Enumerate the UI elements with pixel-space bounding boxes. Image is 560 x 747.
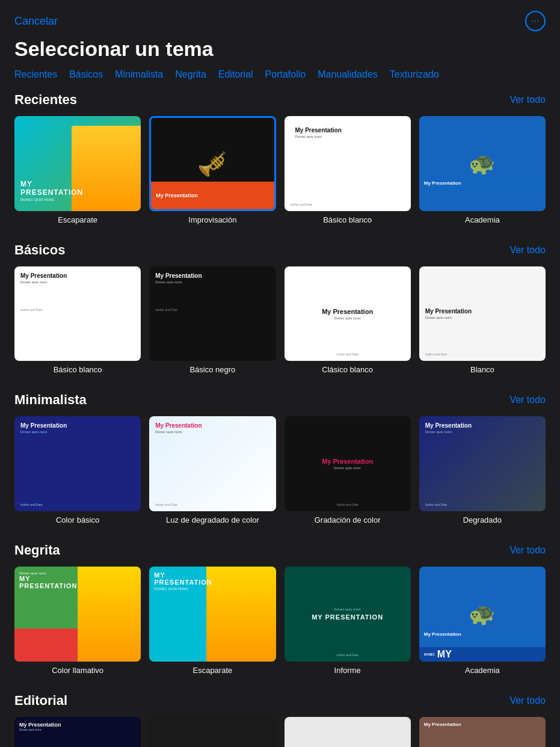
- basicos-section: Básicos Ver todo My Presentation Donec q…: [0, 242, 560, 393]
- template-label-informe: Informe: [285, 666, 411, 675]
- blue-bar-2: My Presentation: [419, 626, 546, 642]
- template-editorial-2[interactable]: My Presentation Donec quis nunc Author a…: [149, 717, 275, 747]
- turtle-icon: 🐢: [469, 151, 496, 176]
- template-label-degradado: Degradado: [419, 515, 546, 524]
- template-blanco[interactable]: My Presentation Donec quis nunc Author a…: [419, 266, 546, 375]
- template-thumb-colorbasico: My Presentation Donec quis nunc Author a…: [14, 416, 141, 511]
- template-thumb-degradado: My Presentation Donec quis nunc Author a…: [419, 416, 546, 511]
- template-clasico-blanco[interactable]: My Presentation Donec quis nunc Author a…: [285, 266, 411, 375]
- template-thumb-escaparate: MY PRESENTATION DONEC QUIS NUNC: [14, 116, 141, 211]
- nav-basicos[interactable]: Básicos: [69, 69, 103, 80]
- negrita-ver-todo[interactable]: Ver todo: [509, 545, 546, 556]
- thumb-title: MY: [20, 180, 83, 188]
- template-label-llamativo: Color llamativo: [14, 666, 141, 675]
- more-options-button[interactable]: ···: [525, 11, 546, 31]
- nav-portafolio[interactable]: Portafolio: [265, 69, 306, 80]
- template-escaparate[interactable]: MY PRESENTATION DONEC QUIS NUNC Escapara…: [14, 116, 141, 224]
- nav-manualidades[interactable]: Manualidades: [318, 69, 378, 80]
- turtle-icon-2: 🐢: [469, 601, 496, 627]
- template-thumb-gradacion: My Presentation Donec quis nunc Author a…: [285, 416, 411, 511]
- template-thumb-academia2: 🐢 My Presentation DONEC MY: [419, 567, 546, 662]
- template-thumb-ed3: 🌉 My Presentation: [285, 717, 411, 747]
- template-editorial-3[interactable]: 🌉 My Presentation Puente: [285, 717, 411, 747]
- template-label-clasico: Clásico blanco: [285, 365, 411, 374]
- thumb-content-ac: 🐢 My Presentation: [419, 116, 546, 211]
- template-degradado[interactable]: My Presentation Donec quis nunc Author a…: [419, 416, 546, 524]
- nav-texturizado[interactable]: Texturizado: [390, 69, 439, 80]
- template-thumb-bbnegro: My Presentation Donec quis nunc Author a…: [149, 266, 275, 361]
- template-label-basico-negro: Básico negro: [149, 365, 275, 374]
- editorial-header: Editorial Ver todo: [14, 693, 546, 709]
- template-thumb-ed1: My Presentation Donec quis nunc: [14, 717, 141, 747]
- template-thumb-academia: 🐢 My Presentation: [419, 116, 546, 211]
- template-basico-blanco[interactable]: My Presentation Donec quis nunc Author a…: [14, 266, 141, 375]
- template-improvisacion[interactable]: My Presentation 🎺 Improvisación: [149, 116, 275, 224]
- template-escaparate-negrita[interactable]: MY PRESENTATION DONEC QUIS NUNC Escapara…: [149, 567, 275, 675]
- template-academia-negrita[interactable]: 🐢 My Presentation DONEC MY Academia: [419, 567, 546, 675]
- template-color-basico[interactable]: My Presentation Donec quis nunc Author a…: [14, 416, 141, 524]
- nav-minimalista[interactable]: Minimalista: [115, 69, 163, 80]
- basicos-ver-todo[interactable]: Ver todo: [509, 245, 546, 256]
- template-label-bb: Básico blanco: [285, 215, 411, 224]
- negrita-header: Negrita Ver todo: [14, 543, 546, 558]
- negrita-templates: Donec quis nunc MY PRESENTATION Color ll…: [14, 567, 546, 675]
- template-label-basico-blanco: Básico blanco: [14, 365, 141, 374]
- thumb-content: MY PRESENTATION DONEC QUIS NUNC: [14, 116, 141, 211]
- cancel-button[interactable]: Cancelar: [14, 15, 58, 28]
- trumpet-icon: 🎺: [197, 149, 227, 177]
- template-thumb-improvisacion: My Presentation 🎺: [149, 116, 275, 211]
- template-label-gradacion: Gradación de color: [285, 515, 411, 524]
- blue-bar: My Presentation: [419, 175, 546, 192]
- nav-editorial[interactable]: Editorial: [218, 69, 253, 80]
- basicos-templates: My Presentation Donec quis nunc Author a…: [14, 266, 546, 375]
- minimalista-section: Minimalista Ver todo My Presentation Don…: [0, 392, 560, 543]
- template-thumb-ed2: My Presentation Donec quis nunc Author a…: [149, 717, 275, 747]
- template-thumb-bb: My Presentation Donec quis nunc Author a…: [285, 116, 411, 211]
- template-basico-negro[interactable]: My Presentation Donec quis nunc Author a…: [149, 266, 275, 375]
- recientes-header: Recientes Ver todo: [14, 92, 546, 108]
- template-thumb-llamativo: Donec quis nunc MY PRESENTATION: [14, 567, 141, 662]
- template-color-llamativo[interactable]: Donec quis nunc MY PRESENTATION Color ll…: [14, 567, 141, 675]
- template-editorial-1[interactable]: My Presentation Donec quis nunc Teatro: [14, 717, 141, 747]
- template-label-academia-r: Academia: [419, 215, 546, 224]
- category-nav: Recientes Básicos Minimalista Negrita Ed…: [0, 69, 560, 92]
- thumb-content-bb: My Presentation Donec quis nunc Author a…: [285, 116, 411, 211]
- editorial-templates: My Presentation Donec quis nunc Teatro M…: [14, 717, 546, 747]
- minimalista-templates: My Presentation Donec quis nunc Author a…: [14, 416, 546, 524]
- template-thumb-bbasico: My Presentation Donec quis nunc Author a…: [14, 266, 141, 361]
- basicos-header: Básicos Ver todo: [14, 242, 546, 258]
- basicos-title: Básicos: [14, 242, 65, 258]
- template-thumb-clasico: My Presentation Donec quis nunc Author a…: [285, 266, 411, 361]
- page-title: Seleccionar un tema: [0, 37, 560, 69]
- template-label-improvisacion: Improvisación: [149, 215, 275, 224]
- editorial-title: Editorial: [14, 693, 67, 709]
- recientes-ver-todo[interactable]: Ver todo: [509, 94, 546, 105]
- template-thumb-ed4: 👧🏾 My Presentation: [419, 717, 546, 747]
- template-editorial-4[interactable]: 👧🏾 My Presentation Niños: [419, 717, 546, 747]
- template-thumb-luzdeg: My Presentation Donec quis nunc Author a…: [149, 416, 275, 511]
- minimalista-ver-todo[interactable]: Ver todo: [509, 395, 546, 405]
- minimalista-header: Minimalista Ver todo: [14, 392, 546, 408]
- more-icon: ···: [531, 16, 539, 26]
- template-thumb-informe: Donec quis nunc MY PRESENTATION Author a…: [285, 567, 411, 662]
- template-label-escaparate2: Escaparate: [149, 666, 275, 675]
- editorial-ver-todo[interactable]: Ver todo: [509, 695, 546, 706]
- recientes-templates: MY PRESENTATION DONEC QUIS NUNC Escapara…: [14, 116, 546, 224]
- thumb-content-imp: My Presentation 🎺: [151, 118, 274, 209]
- template-informe[interactable]: Donec quis nunc MY PRESENTATION Author a…: [285, 567, 411, 675]
- editorial-section: Editorial Ver todo My Presentation Donec…: [0, 693, 560, 747]
- recientes-title: Recientes: [14, 92, 77, 108]
- negrita-title: Negrita: [14, 543, 60, 558]
- template-academia-r[interactable]: 🐢 My Presentation Academia: [419, 116, 546, 224]
- nav-negrita[interactable]: Negrita: [175, 69, 206, 80]
- template-gradacion[interactable]: My Presentation Donec quis nunc Author a…: [285, 416, 411, 524]
- template-label-luz-degradado: Luz de degradado de color: [149, 515, 275, 524]
- minimalista-title: Minimalista: [14, 392, 87, 408]
- header: Cancelar ···: [0, 0, 560, 37]
- template-label-color-basico: Color básico: [14, 515, 141, 524]
- template-thumb-blanco: My Presentation Donec quis nunc Author a…: [419, 266, 546, 361]
- template-label-blanco: Blanco: [419, 365, 546, 374]
- template-basico-blanco-r[interactable]: My Presentation Donec quis nunc Author a…: [285, 116, 411, 224]
- nav-recientes[interactable]: Recientes: [14, 69, 57, 80]
- template-luz-degradado[interactable]: My Presentation Donec quis nunc Author a…: [149, 416, 275, 524]
